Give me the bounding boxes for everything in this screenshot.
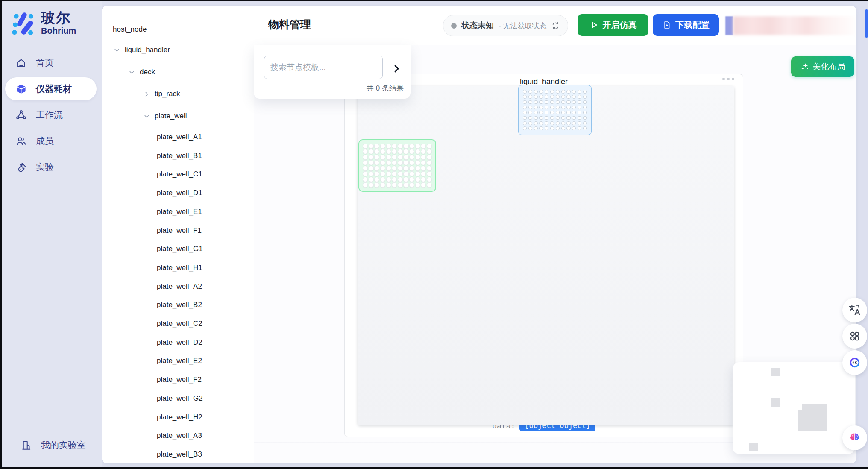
liquid-handler-node[interactable]: liquid_handler data: [object Object] — [344, 74, 743, 437]
chevron-right-icon[interactable] — [143, 91, 150, 98]
plate-well-circle — [561, 111, 565, 114]
plate-well-circle — [380, 144, 385, 149]
tree-item-label: liquid_handler — [125, 46, 170, 54]
sidebar-nav: 首页 仪器耗材 工作流 成员 实验 — [0, 51, 102, 182]
plate-well-circle — [534, 111, 538, 114]
sidebar-item-label: 成员 — [36, 135, 54, 147]
minimap-node — [802, 404, 827, 410]
plate-well-circle — [583, 116, 587, 120]
plate-well-circle — [409, 166, 414, 171]
plate-well-circle — [398, 171, 403, 176]
plate-well-circle — [572, 95, 576, 99]
plate-well-circle — [380, 177, 385, 182]
plate-well-circle — [380, 182, 385, 188]
plate-well-circle — [528, 116, 532, 120]
plate-well-circle — [545, 121, 548, 125]
plate-well-circle — [566, 106, 570, 109]
plate-well-circle — [374, 182, 379, 188]
start-simulation-button[interactable]: 开启仿真 — [578, 14, 648, 36]
tree-item-label: plate_well_D2 — [157, 338, 202, 347]
plate-well-circle — [374, 166, 379, 171]
apps-button[interactable] — [842, 324, 867, 349]
plate-well-circle — [566, 90, 570, 94]
scrollbar-thumb[interactable] — [865, 9, 868, 38]
minimap-node — [771, 398, 780, 407]
plate-well-circle — [572, 121, 576, 125]
ai-assistant-button[interactable] — [842, 350, 867, 375]
ai-brain-button[interactable] — [842, 425, 867, 450]
chevron-down-icon[interactable] — [128, 69, 135, 76]
plate-well-circle — [421, 155, 426, 160]
plate-well-circle — [561, 126, 565, 130]
plate-well-circle — [369, 177, 374, 182]
cube-icon — [15, 83, 27, 95]
plate-well-circle — [534, 100, 538, 104]
workflow-icon — [15, 109, 27, 121]
sidebar-item-2[interactable]: 工作流 — [5, 103, 97, 126]
plate-well-circle — [386, 160, 391, 165]
plate-well-circle — [374, 171, 379, 176]
status-dot-icon — [451, 23, 457, 29]
tree-item-label: plate_well_B3 — [157, 450, 202, 459]
bohrium-logo-icon — [9, 9, 37, 37]
plate-well-circle — [556, 100, 560, 104]
plate-well-circle — [566, 121, 570, 125]
plate-well-circle — [415, 182, 420, 188]
plate-well-circle — [545, 90, 548, 94]
window-frame — [0, 467, 868, 469]
sidebar-item-3[interactable]: 成员 — [5, 129, 97, 152]
refresh-status-button[interactable] — [551, 21, 560, 30]
sidebar-item-my-lab[interactable]: 我的实验室 — [10, 434, 91, 457]
flow-canvas[interactable]: 共 0 条结果 美化布局 liquid_handler data: [objec… — [254, 45, 856, 463]
search-input[interactable] — [264, 56, 383, 79]
sparkles-icon — [801, 62, 809, 71]
tree-item-label: deck — [140, 68, 155, 76]
experiment-icon — [15, 161, 27, 173]
redacted-avatar — [725, 16, 733, 35]
tree-item[interactable]: liquid_handler — [102, 41, 265, 59]
plate-well-circle — [528, 126, 532, 130]
members-icon — [15, 135, 27, 147]
node-menu-dots-icon[interactable] — [722, 78, 734, 80]
chevron-down-icon[interactable] — [143, 113, 150, 120]
tree-item-label: plate_well_B2 — [157, 301, 202, 309]
plate-well-circle — [523, 111, 527, 114]
tree-item-label: plate_well_D1 — [157, 189, 202, 197]
chevron-down-icon[interactable] — [113, 47, 120, 54]
tree-item-label: plate_well_F1 — [157, 226, 202, 235]
minimap-node — [798, 410, 827, 431]
plate-well-circle — [550, 111, 554, 114]
beautify-layout-button[interactable]: 美化布局 — [791, 56, 854, 77]
plate-well-circle — [398, 182, 403, 188]
plate-well-circle — [523, 100, 527, 104]
plate-well-circle — [409, 177, 414, 182]
plate-well-node[interactable] — [358, 139, 436, 192]
plate-well-circle — [398, 166, 403, 171]
plate-well-circle — [403, 177, 408, 182]
plate-well-circle — [374, 144, 379, 149]
plate-well-circle — [550, 106, 554, 109]
plate-well-circle — [415, 149, 420, 154]
sidebar-item-0[interactable]: 首页 — [5, 51, 97, 74]
deck-panel[interactable] — [358, 86, 734, 425]
plate-well-circle — [363, 155, 368, 160]
tree-item-label: plate_well_G1 — [157, 245, 203, 253]
plate-well-circle — [550, 116, 554, 120]
status-detail: - 无法获取状态 — [499, 21, 546, 31]
translate-button[interactable] — [842, 298, 867, 322]
flow-minimap[interactable] — [733, 362, 855, 454]
translate-icon — [848, 303, 862, 317]
sidebar-item-1[interactable]: 仪器耗材 — [5, 77, 97, 100]
tree-item-label: host_node — [113, 25, 147, 34]
refresh-icon — [551, 21, 560, 30]
search-submit-button[interactable] — [391, 64, 402, 74]
download-config-button[interactable]: 下载配置 — [653, 14, 719, 36]
plate-well-circle — [392, 177, 397, 182]
plate-well-circle — [363, 149, 368, 154]
tree-item[interactable]: host_node — [102, 21, 265, 38]
plate-well-circle — [528, 106, 532, 109]
tip-rack-plate-node[interactable] — [518, 85, 592, 135]
sidebar-item-4[interactable]: 实验 — [5, 155, 97, 179]
plate-well-circle — [556, 126, 560, 130]
plate-well-circle — [374, 177, 379, 182]
